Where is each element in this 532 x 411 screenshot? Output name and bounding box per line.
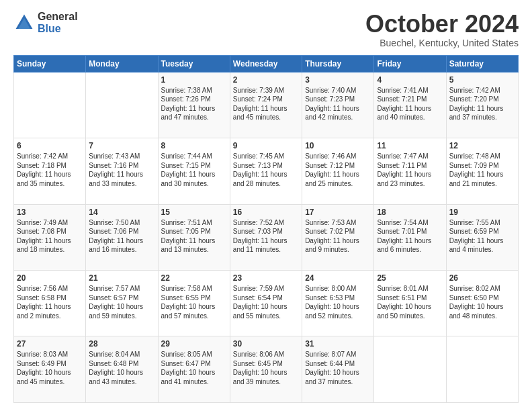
- header-tuesday: Tuesday: [158, 55, 230, 72]
- day-detail: Sunrise: 8:02 AMSunset: 6:50 PMDaylight:…: [449, 285, 504, 320]
- page: General Blue October 2024 Buechel, Kentu…: [0, 0, 532, 411]
- day-detail: Sunrise: 7:42 AMSunset: 7:18 PMDaylight:…: [17, 152, 71, 187]
- day-number: 24: [305, 273, 371, 283]
- day-detail: Sunrise: 7:47 AMSunset: 7:11 PMDaylight:…: [377, 152, 431, 187]
- day-number: 6: [17, 141, 83, 150]
- day-number: 5: [449, 75, 515, 85]
- header-wednesday: Wednesday: [230, 55, 302, 72]
- day-number: 2: [233, 75, 299, 85]
- day-number: 13: [17, 208, 83, 217]
- calendar-cell: 9Sunrise: 7:45 AMSunset: 7:13 PMDaylight…: [230, 138, 302, 204]
- calendar-cell: 23Sunrise: 7:59 AMSunset: 6:54 PMDayligh…: [230, 271, 302, 336]
- day-detail: Sunrise: 7:46 AMSunset: 7:12 PMDaylight:…: [305, 152, 359, 187]
- day-detail: Sunrise: 7:43 AMSunset: 7:16 PMDaylight:…: [89, 152, 143, 187]
- day-detail: Sunrise: 7:58 AMSunset: 6:55 PMDaylight:…: [161, 285, 216, 320]
- day-number: 30: [233, 339, 299, 349]
- week-row-1: 1Sunrise: 7:38 AMSunset: 7:26 PMDaylight…: [14, 72, 519, 138]
- day-detail: Sunrise: 8:04 AMSunset: 6:48 PMDaylight:…: [89, 351, 143, 385]
- day-detail: Sunrise: 8:05 AMSunset: 6:47 PMDaylight:…: [161, 351, 216, 385]
- day-number: 15: [161, 208, 227, 217]
- day-detail: Sunrise: 7:50 AMSunset: 7:06 PMDaylight:…: [89, 219, 143, 254]
- calendar-cell: 19Sunrise: 7:55 AMSunset: 6:59 PMDayligh…: [446, 204, 518, 270]
- calendar-cell: 1Sunrise: 7:38 AMSunset: 7:26 PMDaylight…: [158, 72, 230, 138]
- day-detail: Sunrise: 7:44 AMSunset: 7:15 PMDaylight:…: [161, 152, 216, 187]
- day-number: 26: [449, 273, 515, 283]
- day-detail: Sunrise: 7:52 AMSunset: 7:03 PMDaylight:…: [233, 219, 287, 254]
- calendar-cell: 29Sunrise: 8:05 AMSunset: 6:47 PMDayligh…: [158, 336, 230, 403]
- day-detail: Sunrise: 7:42 AMSunset: 7:20 PMDaylight:…: [449, 87, 504, 122]
- week-row-4: 20Sunrise: 7:56 AMSunset: 6:58 PMDayligh…: [14, 271, 519, 336]
- day-detail: Sunrise: 7:39 AMSunset: 7:24 PMDaylight:…: [233, 87, 287, 122]
- week-row-2: 6Sunrise: 7:42 AMSunset: 7:18 PMDaylight…: [14, 138, 519, 204]
- week-row-5: 27Sunrise: 8:03 AMSunset: 6:49 PMDayligh…: [14, 336, 519, 403]
- location: Buechel, Kentucky, United States: [365, 38, 519, 48]
- day-number: 31: [305, 339, 371, 349]
- day-number: 27: [17, 339, 83, 349]
- calendar-cell: 28Sunrise: 8:04 AMSunset: 6:48 PMDayligh…: [86, 336, 158, 403]
- calendar-cell: 13Sunrise: 7:49 AMSunset: 7:08 PMDayligh…: [14, 204, 86, 270]
- day-number: 22: [161, 273, 227, 283]
- day-number: 16: [233, 208, 299, 217]
- header-monday: Monday: [86, 55, 158, 72]
- day-number: 17: [305, 208, 371, 217]
- calendar-cell: 30Sunrise: 8:06 AMSunset: 6:45 PMDayligh…: [230, 336, 302, 403]
- day-number: 14: [89, 208, 154, 217]
- day-detail: Sunrise: 7:53 AMSunset: 7:02 PMDaylight:…: [305, 219, 359, 254]
- logo-blue-text: Blue: [38, 23, 78, 35]
- calendar-cell: 24Sunrise: 8:00 AMSunset: 6:53 PMDayligh…: [302, 271, 374, 336]
- week-row-3: 13Sunrise: 7:49 AMSunset: 7:08 PMDayligh…: [14, 204, 519, 270]
- calendar-cell: 4Sunrise: 7:41 AMSunset: 7:21 PMDaylight…: [374, 72, 446, 138]
- header-friday: Friday: [374, 55, 446, 72]
- month-title: October 2024: [365, 11, 519, 38]
- header-sunday: Sunday: [14, 55, 86, 72]
- calendar-cell: [446, 336, 518, 403]
- day-detail: Sunrise: 8:00 AMSunset: 6:53 PMDaylight:…: [305, 285, 359, 320]
- day-detail: Sunrise: 7:45 AMSunset: 7:13 PMDaylight:…: [233, 152, 287, 187]
- day-detail: Sunrise: 7:54 AMSunset: 7:01 PMDaylight:…: [377, 219, 431, 254]
- calendar-cell: [14, 72, 86, 138]
- day-number: 21: [89, 273, 154, 283]
- day-number: 9: [233, 141, 299, 150]
- day-number: 1: [161, 75, 227, 85]
- day-detail: Sunrise: 7:56 AMSunset: 6:58 PMDaylight:…: [17, 285, 71, 320]
- calendar-cell: [374, 336, 446, 403]
- day-detail: Sunrise: 7:51 AMSunset: 7:05 PMDaylight:…: [161, 219, 216, 254]
- logo-general-text: General: [38, 11, 78, 23]
- calendar-cell: 12Sunrise: 7:48 AMSunset: 7:09 PMDayligh…: [446, 138, 518, 204]
- day-number: 12: [449, 141, 515, 150]
- day-detail: Sunrise: 8:07 AMSunset: 6:44 PMDaylight:…: [305, 351, 359, 385]
- day-number: 28: [89, 339, 154, 349]
- day-detail: Sunrise: 7:57 AMSunset: 6:57 PMDaylight:…: [89, 285, 143, 320]
- day-number: 19: [449, 208, 515, 217]
- calendar-cell: 22Sunrise: 7:58 AMSunset: 6:55 PMDayligh…: [158, 271, 230, 336]
- header-thursday: Thursday: [302, 55, 374, 72]
- day-number: 10: [305, 141, 371, 150]
- calendar-cell: 18Sunrise: 7:54 AMSunset: 7:01 PMDayligh…: [374, 204, 446, 270]
- day-detail: Sunrise: 8:03 AMSunset: 6:49 PMDaylight:…: [17, 351, 71, 385]
- title-block: October 2024 Buechel, Kentucky, United S…: [365, 11, 519, 48]
- calendar-cell: 16Sunrise: 7:52 AMSunset: 7:03 PMDayligh…: [230, 204, 302, 270]
- day-detail: Sunrise: 8:01 AMSunset: 6:51 PMDaylight:…: [377, 285, 431, 320]
- calendar-cell: 21Sunrise: 7:57 AMSunset: 6:57 PMDayligh…: [86, 271, 158, 336]
- calendar-cell: 7Sunrise: 7:43 AMSunset: 7:16 PMDaylight…: [86, 138, 158, 204]
- day-number: 23: [233, 273, 299, 283]
- calendar-cell: 25Sunrise: 8:01 AMSunset: 6:51 PMDayligh…: [374, 271, 446, 336]
- calendar-cell: 8Sunrise: 7:44 AMSunset: 7:15 PMDaylight…: [158, 138, 230, 204]
- day-number: 7: [89, 141, 154, 150]
- calendar-table: SundayMondayTuesdayWednesdayThursdayFrid…: [13, 55, 519, 403]
- calendar-cell: 10Sunrise: 7:46 AMSunset: 7:12 PMDayligh…: [302, 138, 374, 204]
- calendar-header: SundayMondayTuesdayWednesdayThursdayFrid…: [14, 55, 519, 72]
- header: General Blue October 2024 Buechel, Kentu…: [13, 11, 519, 48]
- day-detail: Sunrise: 7:40 AMSunset: 7:23 PMDaylight:…: [305, 87, 359, 122]
- calendar-cell: 17Sunrise: 7:53 AMSunset: 7:02 PMDayligh…: [302, 204, 374, 270]
- day-number: 20: [17, 273, 83, 283]
- day-number: 29: [161, 339, 227, 349]
- calendar-cell: 2Sunrise: 7:39 AMSunset: 7:24 PMDaylight…: [230, 72, 302, 138]
- day-detail: Sunrise: 8:06 AMSunset: 6:45 PMDaylight:…: [233, 351, 287, 385]
- day-detail: Sunrise: 7:48 AMSunset: 7:09 PMDaylight:…: [449, 152, 504, 187]
- day-header-row: SundayMondayTuesdayWednesdayThursdayFrid…: [14, 55, 519, 72]
- logo-text: General Blue: [38, 11, 78, 34]
- day-number: 4: [377, 75, 443, 85]
- calendar-cell: 20Sunrise: 7:56 AMSunset: 6:58 PMDayligh…: [14, 271, 86, 336]
- day-number: 3: [305, 75, 371, 85]
